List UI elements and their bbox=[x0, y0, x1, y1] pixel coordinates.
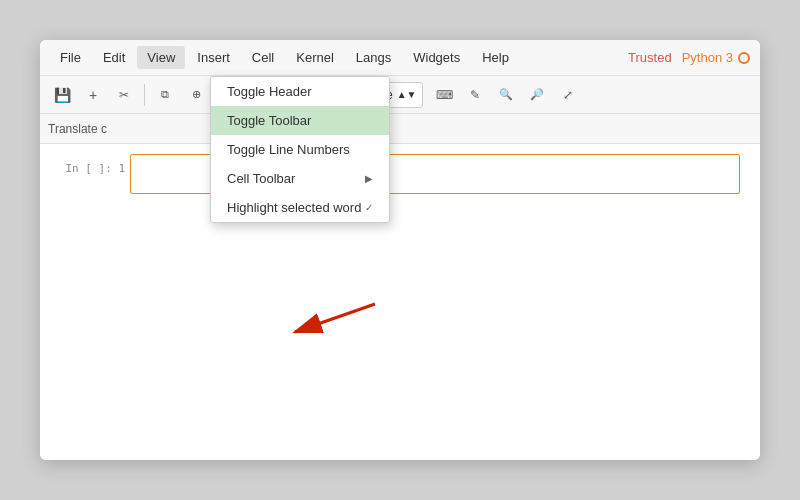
add-cell-button[interactable]: + bbox=[79, 81, 107, 109]
toolbar-right-icons: ⌨ ✎ 🔍 🔎 ⤢ bbox=[430, 81, 582, 109]
toggle-toolbar-label: Toggle Toolbar bbox=[227, 113, 311, 128]
copy-button[interactable]: ⧉ bbox=[151, 81, 179, 109]
toggle-header-label: Toggle Header bbox=[227, 84, 312, 99]
keyboard-button[interactable]: ⌨ bbox=[430, 81, 458, 109]
zoom-in-button[interactable]: 🔍 bbox=[492, 81, 520, 109]
highlight-word-item[interactable]: Highlight selected word ✓ bbox=[211, 193, 389, 222]
zoom-out-button[interactable]: 🔎 bbox=[523, 81, 551, 109]
svg-line-1 bbox=[295, 304, 375, 332]
menubar-items: File Edit View Insert Cell Kernel Langs … bbox=[50, 46, 628, 69]
cell-toolbar-item[interactable]: Cell Toolbar ▶ bbox=[211, 164, 389, 193]
cell-execution-count: 1 bbox=[118, 162, 125, 175]
cell-prompt: In [ ]: bbox=[65, 162, 111, 175]
menu-file[interactable]: File bbox=[50, 46, 91, 69]
notebook: In [ ]: 1 bbox=[40, 144, 760, 460]
menu-view[interactable]: View bbox=[137, 46, 185, 69]
menu-widgets[interactable]: Widgets bbox=[403, 46, 470, 69]
cell-label: In [ ]: 1 bbox=[60, 154, 130, 194]
cell-row: In [ ]: 1 bbox=[60, 154, 740, 194]
translate-bar: Translate c bbox=[40, 114, 760, 144]
translate-label: Translate c bbox=[48, 122, 107, 136]
kernel-status-icon bbox=[738, 52, 750, 64]
menubar: File Edit View Insert Cell Kernel Langs … bbox=[40, 40, 760, 76]
save-button[interactable]: 💾 bbox=[48, 81, 76, 109]
cell-toolbar-arrow: ▶ bbox=[365, 173, 373, 184]
menu-help[interactable]: Help bbox=[472, 46, 519, 69]
toggle-line-numbers-item[interactable]: Toggle Line Numbers bbox=[211, 135, 389, 164]
expand-button[interactable]: ⤢ bbox=[554, 81, 582, 109]
jupyter-window: File Edit View Insert Cell Kernel Langs … bbox=[40, 40, 760, 460]
toggle-header-item[interactable]: Toggle Header bbox=[211, 77, 389, 106]
trusted-label[interactable]: Trusted bbox=[628, 50, 672, 65]
edit-mode-button[interactable]: ✎ bbox=[461, 81, 489, 109]
view-dropdown: Toggle Header Toggle Toolbar Toggle Line… bbox=[210, 76, 390, 223]
cell-toolbar-label: Cell Toolbar bbox=[227, 171, 295, 186]
menubar-right: Trusted Python 3 bbox=[628, 50, 750, 65]
menu-insert[interactable]: Insert bbox=[187, 46, 240, 69]
paste-button[interactable]: ⊕ bbox=[182, 81, 210, 109]
separator-1 bbox=[144, 84, 145, 106]
highlight-word-label: Highlight selected word bbox=[227, 200, 361, 215]
highlight-check-icon: ✓ bbox=[365, 202, 373, 213]
cut-button[interactable]: ✂ bbox=[110, 81, 138, 109]
menu-langs[interactable]: Langs bbox=[346, 46, 401, 69]
menu-kernel[interactable]: Kernel bbox=[286, 46, 344, 69]
toolbar: 💾 + ✂ ⧉ ⊕ ▶ ■ ↻ ⏭ Code ▲▼ ⌨ ✎ 🔍 🔎 ⤢ : Co… bbox=[40, 76, 760, 114]
menu-edit[interactable]: Edit bbox=[93, 46, 135, 69]
toggle-toolbar-item[interactable]: Toggle Toolbar bbox=[211, 106, 389, 135]
kernel-label: Python 3 bbox=[682, 50, 733, 65]
menu-cell[interactable]: Cell bbox=[242, 46, 284, 69]
toggle-line-numbers-label: Toggle Line Numbers bbox=[227, 142, 350, 157]
cell-type-arrow: ▲▼ bbox=[397, 89, 417, 100]
kernel-info: Python 3 bbox=[682, 50, 750, 65]
